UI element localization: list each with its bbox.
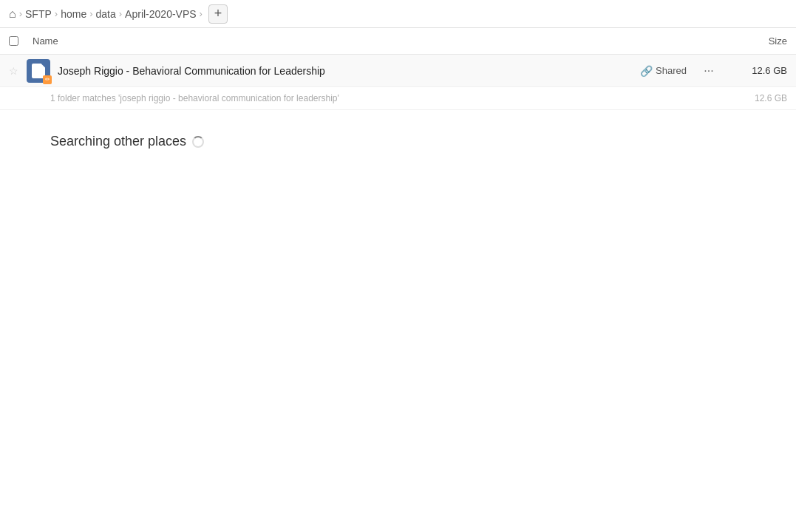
searching-label: Searching other places bbox=[50, 134, 186, 149]
shared-label: Shared bbox=[656, 65, 687, 76]
add-breadcrumb-button[interactable]: + bbox=[208, 4, 228, 24]
file-name-label: Joseph Riggio - Behavioral Communication… bbox=[58, 65, 640, 77]
breadcrumb-sep-1: › bbox=[55, 8, 58, 19]
file-type-icon: ✏ bbox=[27, 59, 50, 83]
breadcrumb-sftp[interactable]: SFTP bbox=[25, 8, 52, 20]
name-column-header: Name bbox=[33, 35, 713, 47]
pencil-overlay-icon: ✏ bbox=[43, 75, 52, 84]
shared-badge: 🔗 Shared bbox=[640, 65, 687, 77]
home-icon: ⌂ bbox=[9, 7, 16, 21]
breadcrumb-april[interactable]: April-2020-VPS bbox=[125, 8, 197, 20]
star-icon[interactable]: ☆ bbox=[9, 65, 27, 77]
breadcrumb-home[interactable]: ⌂ bbox=[9, 7, 16, 21]
file-row[interactable]: ☆ ✏ Joseph Riggio - Behavioral Communica… bbox=[0, 55, 796, 87]
breadcrumb-data[interactable]: data bbox=[96, 8, 116, 20]
breadcrumb-sep-2: › bbox=[89, 8, 92, 19]
searching-section: Searching other places bbox=[0, 110, 796, 161]
select-all-checkbox-area[interactable] bbox=[9, 36, 33, 46]
breadcrumb-sep-0: › bbox=[19, 8, 22, 19]
more-options-button[interactable]: ··· bbox=[698, 61, 719, 81]
breadcrumb-sep-4: › bbox=[200, 8, 203, 19]
column-headers: Name Size bbox=[0, 28, 796, 55]
loading-spinner bbox=[192, 136, 204, 148]
file-size-value: 12.6 GB bbox=[728, 65, 787, 76]
breadcrumb-toolbar: ⌂ › SFTP › home › data › April-2020-VPS … bbox=[0, 0, 796, 28]
match-info-size: 12.6 GB bbox=[755, 93, 787, 103]
breadcrumb-sep-3: › bbox=[119, 8, 122, 19]
match-info-text: 1 folder matches 'joseph riggio - behavi… bbox=[50, 93, 339, 103]
select-all-checkbox[interactable] bbox=[9, 36, 18, 46]
breadcrumb-home-dir[interactable]: home bbox=[61, 8, 86, 20]
match-info-row: 1 folder matches 'joseph riggio - behavi… bbox=[0, 87, 796, 110]
link-icon: 🔗 bbox=[640, 65, 653, 77]
size-column-header: Size bbox=[713, 35, 787, 47]
